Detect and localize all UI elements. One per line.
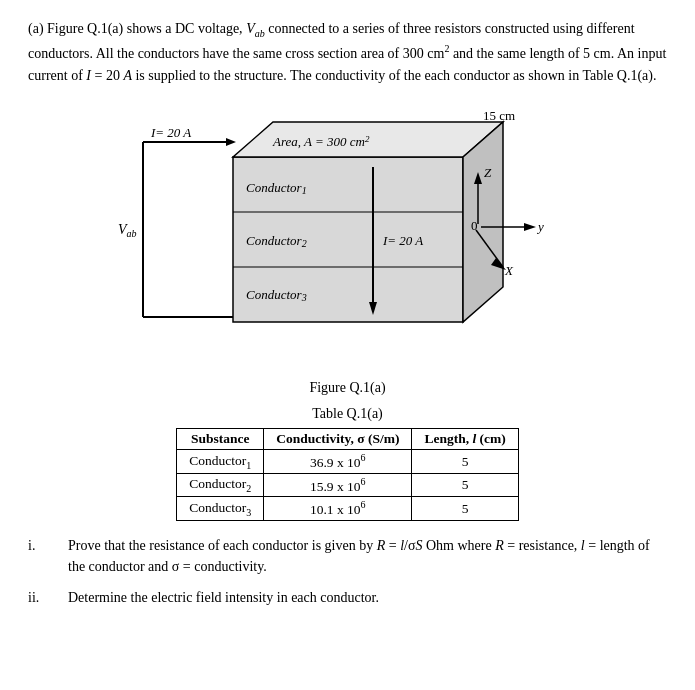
vab-label: Vab	[118, 222, 137, 239]
table-caption: Table Q.1(a)	[28, 406, 667, 422]
axis-y-label: y	[536, 219, 544, 234]
question-1-text: Prove that the resistance of each conduc…	[68, 535, 667, 577]
area-label: Area, A = 300 cm2	[272, 134, 370, 149]
question-2-text: Determine the electric field intensity i…	[68, 587, 667, 608]
table-row: Conductor2 15.9 x 106 5	[177, 473, 519, 497]
length-2: 5	[412, 473, 518, 497]
conductivity-1: 36.9 x 106	[264, 450, 412, 474]
substance-2: Conductor2	[177, 473, 264, 497]
length-3: 5	[412, 497, 518, 521]
substance-1: Conductor1	[177, 450, 264, 474]
table-row: Conductor1 36.9 x 106 5	[177, 450, 519, 474]
figure-area: Vab I= 20 A Area, A = 300 cm2 15 cm Cond…	[28, 102, 667, 372]
current-mid-label: I= 20 A	[382, 233, 423, 248]
table-row: Conductor3 10.1 x 106 5	[177, 497, 519, 521]
conductivity-3: 10.1 x 106	[264, 497, 412, 521]
figure-caption: Figure Q.1(a)	[28, 380, 667, 396]
svg-marker-6	[463, 122, 503, 322]
col-substance: Substance	[177, 429, 264, 450]
conductor2-label: Conductor2	[246, 233, 307, 249]
figure-container: Vab I= 20 A Area, A = 300 cm2 15 cm Cond…	[88, 102, 608, 372]
conductivity-table: Substance Conductivity, σ (S/m) Length, …	[176, 428, 519, 521]
svg-marker-2	[226, 138, 236, 146]
circuit-svg: Vab I= 20 A Area, A = 300 cm2 15 cm Cond…	[88, 102, 608, 372]
substance-3: Conductor3	[177, 497, 264, 521]
axis-z-label: Z	[484, 165, 492, 180]
current-in-label: I= 20 A	[150, 125, 191, 140]
col-length: Length, l (cm)	[412, 429, 518, 450]
question-1: i. Prove that the resistance of each con…	[28, 535, 667, 577]
question-2: ii. Determine the electric field intensi…	[28, 587, 667, 608]
table-area: Substance Conductivity, σ (S/m) Length, …	[28, 428, 667, 521]
question-2-num: ii.	[28, 587, 58, 608]
conductor3-label: Conductor3	[246, 287, 307, 303]
axis-x-label: X	[504, 263, 514, 278]
questions-section: i. Prove that the resistance of each con…	[28, 535, 667, 608]
col-conductivity: Conductivity, σ (S/m)	[264, 429, 412, 450]
conductor1-label: Conductor1	[246, 180, 307, 196]
length-label: 15 cm	[483, 108, 515, 123]
svg-marker-15	[524, 223, 536, 231]
question-1-num: i.	[28, 535, 58, 577]
length-1: 5	[412, 450, 518, 474]
intro-paragraph: (a) Figure Q.1(a) shows a DC voltage, Va…	[28, 18, 667, 86]
conductivity-2: 15.9 x 106	[264, 473, 412, 497]
